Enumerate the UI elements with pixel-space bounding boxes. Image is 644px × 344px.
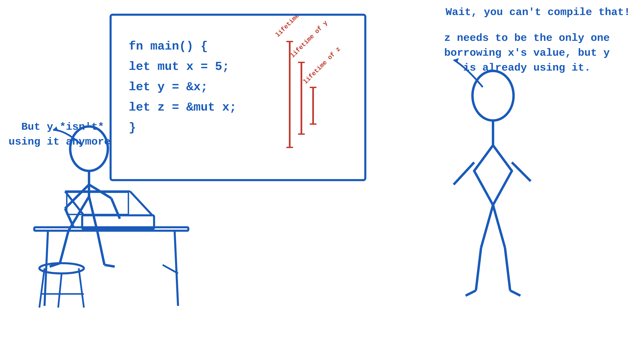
svg-line-48 — [510, 291, 520, 296]
svg-line-19 — [60, 231, 68, 263]
svg-line-47 — [505, 248, 510, 291]
scene: Wait, you can't compile that! z needs to… — [0, 0, 644, 344]
svg-line-36 — [58, 273, 62, 308]
svg-line-44 — [476, 248, 481, 291]
svg-line-23 — [104, 265, 115, 267]
svg-line-46 — [493, 205, 505, 248]
svg-rect-32 — [67, 192, 128, 214]
svg-line-30 — [130, 191, 152, 215]
svg-line-41 — [454, 162, 474, 184]
svg-line-22 — [98, 232, 104, 265]
svg-line-45 — [466, 291, 476, 296]
svg-line-26 — [174, 231, 178, 306]
main-illustration — [0, 0, 644, 344]
svg-line-29 — [65, 191, 84, 215]
svg-point-12 — [70, 127, 108, 171]
svg-line-42 — [512, 162, 531, 181]
svg-line-43 — [481, 205, 493, 248]
svg-line-35 — [79, 268, 84, 308]
svg-point-39 — [472, 71, 514, 121]
